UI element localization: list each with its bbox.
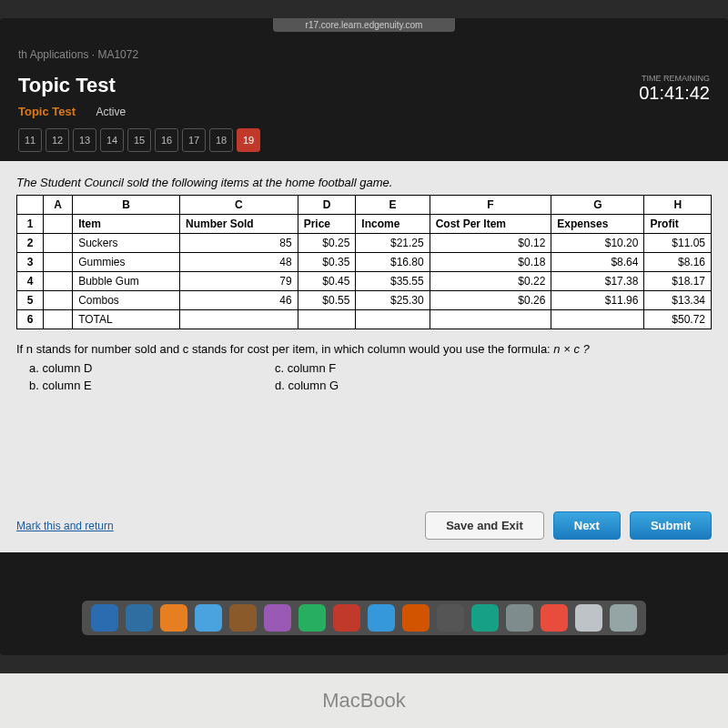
url-bar: r17.core.learn.edgenuity.com — [273, 18, 455, 32]
header-cell: Cost Per Item — [430, 215, 551, 234]
table-cell: Combos — [73, 291, 180, 310]
col-header: C — [180, 196, 298, 215]
col-header: D — [298, 196, 356, 215]
table-cell: 2 — [17, 234, 44, 253]
question-text: If n stands for number sold and c stands… — [16, 342, 551, 356]
header-cell: 1 — [17, 215, 44, 234]
header-cell — [44, 215, 73, 234]
option-d[interactable]: d. column G — [262, 379, 471, 392]
table-cell: 3 — [17, 253, 44, 272]
table-cell: $13.34 — [644, 291, 712, 310]
title-block: Topic Test Topic Test Active — [18, 74, 126, 119]
table-cell — [298, 310, 356, 329]
table-cell: $0.35 — [298, 253, 356, 272]
subtitle-active: Active — [96, 106, 126, 118]
dock-app-icon[interactable] — [575, 604, 602, 632]
header-cell: Expenses — [551, 215, 644, 234]
table-cell — [356, 310, 430, 329]
dock-app-icon[interactable] — [126, 604, 153, 632]
table-cell: $10.20 — [551, 234, 644, 253]
table-cell — [551, 310, 644, 329]
col-header: F — [430, 196, 551, 215]
submit-button[interactable]: Submit — [630, 511, 712, 540]
timer-label: TIME REMAINING — [639, 74, 710, 83]
table-row: 5Combos46$0.55$25.30$0.26$11.96$13.34 — [17, 291, 712, 310]
option-b[interactable]: b. column E — [16, 379, 226, 392]
app-screen: r17.core.learn.edgenuity.com th Applicat… — [0, 18, 728, 655]
nav-question-15[interactable]: 15 — [127, 128, 151, 152]
table-cell: $25.30 — [356, 291, 430, 310]
dock-app-icon[interactable] — [195, 604, 222, 632]
subtitle-orange: Topic Test — [18, 105, 76, 118]
question-prompt: The Student Council sold the following i… — [16, 176, 712, 189]
dock-app-icon[interactable] — [160, 604, 187, 632]
option-a[interactable]: a. column D — [16, 361, 226, 375]
table-cell — [180, 310, 298, 329]
nav-question-17[interactable]: 17 — [182, 128, 206, 152]
table-row: 2Suckers85$0.25$21.25$0.12$10.20$11.05 — [17, 234, 712, 253]
dock-app-icon[interactable] — [437, 604, 464, 632]
dock-app-icon[interactable] — [229, 604, 257, 632]
nav-question-13[interactable]: 13 — [73, 128, 96, 152]
next-button[interactable]: Next — [553, 511, 621, 540]
footer-bar: Mark this and return Save and Exit Next … — [16, 511, 712, 540]
dock-app-icon[interactable] — [333, 604, 360, 632]
table-cell: 79 — [180, 272, 298, 291]
table-cell: $0.45 — [298, 272, 356, 291]
dock-app-icon[interactable] — [91, 604, 118, 632]
nav-question-12[interactable]: 12 — [46, 128, 69, 152]
data-table: ABCDEFGH1ItemNumber SoldPriceIncomeCost … — [16, 195, 712, 329]
nav-question-16[interactable]: 16 — [155, 128, 178, 152]
timer-value: 01:41:42 — [639, 83, 710, 104]
table-cell: $0.26 — [430, 291, 551, 310]
header-cell: Profit — [644, 215, 712, 234]
dock-app-icon[interactable] — [298, 604, 326, 632]
laptop-bezel: MacBook — [0, 673, 728, 728]
nav-question-11[interactable]: 11 — [18, 128, 42, 152]
page-title: Topic Test — [18, 74, 126, 97]
col-header: A — [44, 196, 73, 215]
table-cell: Suckers — [73, 234, 180, 253]
breadcrumb: th Applications · MA1072 — [0, 32, 728, 66]
table-cell: $50.72 — [644, 310, 712, 329]
dock-app-icon[interactable] — [264, 604, 291, 632]
nav-question-19[interactable]: 19 — [237, 128, 260, 152]
dock-app-icon[interactable] — [506, 604, 533, 632]
nav-question-14[interactable]: 14 — [100, 128, 124, 152]
question-formula: n × c ? — [553, 342, 589, 356]
col-header: B — [73, 196, 180, 215]
col-header — [17, 196, 44, 215]
header-cell: Number Sold — [180, 215, 298, 234]
option-c[interactable]: c. column F — [262, 361, 471, 375]
button-group: Save and Exit Next Submit — [425, 511, 712, 540]
table-row: 4Bubble Gum79$0.45$35.55$0.22$17.38$18.1… — [17, 272, 712, 291]
table-cell: 48 — [180, 253, 298, 272]
table-cell: $16.80 — [356, 253, 430, 272]
table-cell: $0.55 — [298, 291, 356, 310]
table-cell: 4 — [17, 272, 44, 291]
dock-app-icon[interactable] — [368, 604, 395, 632]
mark-return-link[interactable]: Mark this and return — [16, 520, 114, 532]
table-cell: $21.25 — [356, 234, 430, 253]
table-row: 6TOTAL$50.72 — [17, 310, 712, 329]
timer-block: TIME REMAINING 01:41:42 — [639, 74, 710, 104]
table-cell: $35.55 — [356, 272, 430, 291]
dock-app-icon[interactable] — [471, 604, 499, 632]
table-cell: 46 — [180, 291, 298, 310]
table-cell: $0.12 — [430, 234, 551, 253]
table-cell: Gummies — [73, 253, 180, 272]
save-exit-button[interactable]: Save and Exit — [425, 511, 544, 540]
table-cell — [44, 291, 73, 310]
dock-app-icon[interactable] — [610, 604, 637, 632]
table-cell: Bubble Gum — [73, 272, 180, 291]
header-cell: Income — [356, 215, 430, 234]
table-cell: 85 — [180, 234, 298, 253]
nav-question-18[interactable]: 18 — [209, 128, 233, 152]
header: Topic Test Topic Test Active TIME REMAIN… — [0, 66, 728, 123]
table-cell — [44, 310, 73, 329]
dock-app-icon[interactable] — [402, 604, 430, 632]
dock-app-icon[interactable] — [541, 604, 568, 632]
col-header: G — [551, 196, 644, 215]
table-cell: $0.18 — [430, 253, 551, 272]
table-cell: $8.16 — [644, 253, 712, 272]
